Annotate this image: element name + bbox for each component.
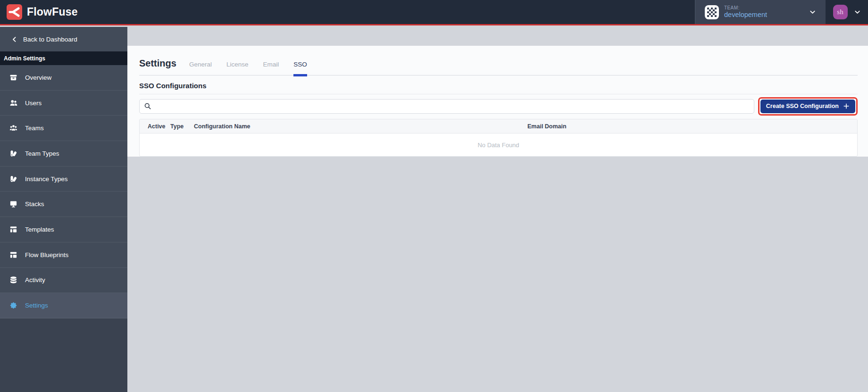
column-header-active: Active (140, 123, 170, 130)
sidebar-item-users[interactable]: Users (0, 91, 127, 116)
admin-sidebar: Back to Dashboard Admin Settings Overvie… (0, 27, 127, 392)
template-icon (9, 251, 17, 259)
column-header-email-domain: Email Domain (527, 123, 857, 130)
desktop-icon (9, 200, 17, 208)
chevron-down-icon (809, 8, 816, 16)
search-box[interactable] (139, 99, 754, 114)
tab-sso[interactable]: SSO (293, 61, 307, 76)
plus-icon (843, 103, 850, 109)
search-input[interactable] (155, 103, 750, 110)
sidebar-item-label: Overview (25, 74, 51, 81)
users-icon (9, 99, 17, 107)
annotation-highlight-box: Create SSO Configuration (758, 97, 858, 116)
back-to-dashboard-label: Back to Dashboard (23, 36, 77, 43)
sidebar-item-settings[interactable]: Settings (0, 293, 127, 318)
tab-general[interactable]: General (189, 61, 212, 75)
sidebar-item-label: Settings (25, 302, 48, 309)
table-header-row: Active Type Configuration Name Email Dom… (140, 119, 857, 133)
page-title: Settings (139, 58, 176, 75)
tab-license[interactable]: License (226, 61, 249, 75)
team-identicon-icon (705, 5, 719, 19)
user-menu[interactable]: sh (826, 0, 868, 24)
sidebar-item-label: Activity (25, 276, 45, 284)
settings-tabs: General License Email SSO (189, 61, 307, 75)
team-kicker-label: TEAM: (724, 5, 767, 11)
chevron-left-icon (11, 36, 17, 42)
archive-icon (9, 74, 17, 82)
chevron-down-icon (854, 8, 861, 16)
brand[interactable]: FlowFuse (0, 0, 695, 24)
sidebar-item-label: Stacks (25, 200, 44, 208)
avatar[interactable]: sh (833, 5, 848, 19)
flowfuse-logo-icon (7, 4, 22, 20)
user-group-icon (9, 124, 17, 132)
create-sso-configuration-button[interactable]: Create SSO Configuration (760, 100, 855, 113)
sidebar-item-activity[interactable]: Activity (0, 268, 127, 293)
sidebar-item-label: Teams (25, 125, 44, 132)
sidebar-item-instance-types[interactable]: Instance Types (0, 167, 127, 192)
brand-name: FlowFuse (27, 6, 78, 18)
sidebar-item-flow-blueprints[interactable]: Flow Blueprints (0, 242, 127, 268)
column-header-type: Type (170, 123, 194, 130)
sidebar-item-templates[interactable]: Templates (0, 217, 127, 242)
sidebar-item-label: Team Types (25, 150, 59, 157)
color-swatch-icon (9, 175, 17, 183)
team-selector[interactable]: TEAM: developement (695, 0, 826, 24)
admin-settings-section-label: Admin Settings (0, 51, 127, 65)
sidebar-item-stacks[interactable]: Stacks (0, 192, 127, 217)
cog-icon (9, 301, 17, 309)
sidebar-item-label: Templates (25, 226, 54, 233)
create-sso-configuration-label: Create SSO Configuration (766, 103, 839, 109)
search-icon (144, 102, 151, 110)
back-to-dashboard[interactable]: Back to Dashboard (0, 27, 127, 51)
search-row: Create SSO Configuration (139, 97, 858, 116)
database-icon (9, 276, 17, 284)
template-icon (9, 225, 17, 234)
settings-panel: Settings General License Email SSO SSO C… (127, 46, 868, 157)
sso-configurations-table: Active Type Configuration Name Email Dom… (139, 119, 858, 157)
sso-configurations-header: SSO Configurations (139, 75, 858, 94)
column-header-configuration-name: Configuration Name (194, 123, 527, 130)
sidebar-item-label: Users (25, 100, 42, 107)
tab-email[interactable]: Email (263, 61, 279, 75)
sso-configurations-title: SSO Configurations (139, 82, 207, 90)
sidebar-item-overview[interactable]: Overview (0, 65, 127, 91)
sidebar-item-label: Instance Types (25, 175, 68, 183)
settings-header-row: Settings General License Email SSO (139, 46, 858, 75)
top-navbar: FlowFuse TEAM: developement sh (0, 0, 868, 25)
team-name: developement (724, 11, 767, 19)
color-swatch-icon (9, 150, 17, 158)
sidebar-item-team-types[interactable]: Team Types (0, 141, 127, 167)
main-content: Settings General License Email SSO SSO C… (127, 27, 868, 392)
content-top-spacer (127, 27, 868, 46)
sidebar-item-label: Flow Blueprints (25, 251, 68, 259)
table-empty-state: No Data Found (140, 133, 857, 156)
sidebar-item-teams[interactable]: Teams (0, 116, 127, 141)
sidebar-filler (0, 318, 127, 392)
